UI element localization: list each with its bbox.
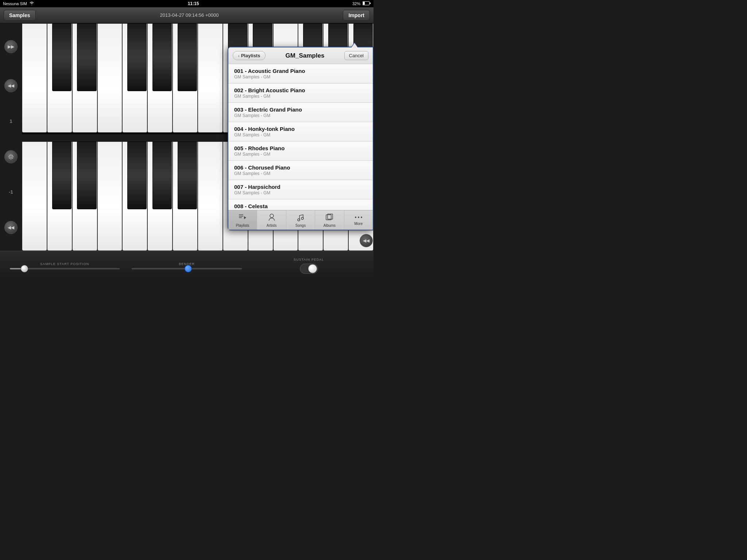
wifi-icon [29, 1, 34, 6]
sample-item-name: 007 - Harpsichord [234, 184, 367, 190]
list-item[interactable]: 006 - Chorused PianoGM Samples - GM [228, 161, 373, 180]
white-key[interactable] [22, 23, 47, 133]
sustain-knob [308, 264, 317, 273]
black-key[interactable] [178, 141, 197, 209]
sample-item-name: 008 - Celesta [234, 203, 367, 209]
toolbar-timestamp: 2013-04-27 09:14:56 +0000 [160, 12, 219, 18]
artists-icon [268, 213, 276, 222]
black-key[interactable] [178, 23, 197, 91]
sample-list[interactable]: 001 - Acoustic Grand PianoGM Samples - G… [228, 64, 373, 210]
status-time: 11:15 [188, 1, 199, 6]
sustain-toggle[interactable] [300, 264, 318, 274]
black-key[interactable] [152, 23, 172, 91]
list-item[interactable]: 004 - Honky-tonk PianoGM Samples - GM [228, 122, 373, 141]
tab-songs[interactable]: Songs [286, 210, 315, 230]
sample-item-sub: GM Samples - GM [234, 74, 367, 79]
svg-point-8 [9, 155, 10, 156]
sample-item-sub: GM Samples - GM [234, 171, 367, 176]
playlists-back-button[interactable]: ‹ Playlists [233, 51, 266, 60]
list-item[interactable]: 007 - HarpsichordGM Samples - GM [228, 180, 373, 199]
sample-item-name: 006 - Chorused Piano [234, 164, 367, 171]
black-key[interactable] [152, 141, 172, 209]
sample-item-name: 003 - Electric Grand Piano [234, 106, 367, 113]
albums-label: Albums [324, 223, 336, 228]
status-left: Nessuna SIM [3, 1, 34, 6]
piano-area: ▶▶ ◀◀ 1 -1 ◀◀ ◀◀ [0, 23, 374, 251]
artists-label: Artists [267, 223, 277, 228]
sample-item-sub: GM Samples - GM [234, 94, 367, 99]
sample-item-name: 001 - Acoustic Grand Piano [234, 68, 367, 74]
popup-header: ‹ Playlists GM_Samples Cancel [228, 47, 373, 64]
svg-point-6 [8, 156, 9, 157]
svg-point-23 [361, 217, 362, 218]
list-item[interactable]: 008 - CelestaGM Samples - GM [228, 199, 373, 210]
svg-point-11 [9, 158, 10, 159]
black-key[interactable] [127, 141, 147, 209]
more-icon [355, 213, 363, 221]
black-key[interactable] [52, 23, 71, 91]
popup-title: GM_Samples [269, 52, 340, 59]
songs-label: Songs [295, 223, 306, 228]
fast-forward-right-button[interactable]: ◀◀ [360, 234, 373, 247]
more-label: More [354, 222, 363, 226]
samples-button[interactable]: Samples [4, 10, 36, 21]
popup-tabbar: PlaylistsArtistsSongsAlbumsMore [228, 210, 373, 230]
cancel-button[interactable]: Cancel [344, 51, 368, 60]
black-key[interactable] [77, 23, 96, 91]
white-key[interactable] [97, 23, 123, 133]
list-item[interactable]: 002 - Bright Acoustic PianoGM Samples - … [228, 83, 373, 103]
fast-forward-upper-button[interactable]: ▶▶ [4, 40, 18, 53]
tab-more[interactable]: More [344, 210, 373, 230]
import-button[interactable]: Import [343, 10, 370, 21]
list-item[interactable]: 003 - Electric Grand PianoGM Samples - G… [228, 103, 373, 122]
settings-button[interactable] [4, 150, 18, 163]
list-item[interactable]: 001 - Acoustic Grand PianoGM Samples - G… [228, 64, 373, 83]
white-key[interactable] [22, 141, 47, 251]
sample-item-name: 002 - Bright Acoustic Piano [234, 87, 367, 93]
sample-item-sub: GM Samples - GM [234, 113, 367, 118]
black-key[interactable] [127, 23, 147, 91]
tab-albums[interactable]: Albums [315, 210, 344, 230]
tab-artists[interactable]: Artists [257, 210, 286, 230]
svg-point-4 [11, 154, 12, 155]
sample-start-track[interactable] [10, 268, 120, 269]
sample-popup: ‹ Playlists GM_Samples Cancel 001 - Acou… [228, 47, 374, 230]
sample-start-thumb[interactable] [21, 265, 28, 272]
sample-item-name: 004 - Honky-tonk Piano [234, 126, 367, 132]
controls-left: ▶▶ ◀◀ 1 -1 ◀◀ [0, 23, 22, 251]
rewind-lower-button[interactable]: ◀◀ [4, 221, 18, 234]
bender-thumb[interactable] [185, 265, 192, 272]
svg-point-9 [12, 158, 13, 159]
albums-icon [325, 213, 333, 222]
sample-item-sub: GM Samples - GM [234, 190, 367, 195]
back-label: Playlists [241, 53, 260, 58]
carrier-label: Nessuna SIM [3, 1, 27, 6]
bottom-bar: SAMPLE START POSITION BENDER SUSTAIN PED… [0, 251, 374, 280]
tab-playlists[interactable]: Playlists [228, 210, 257, 230]
playlists-label: Playlists [236, 223, 249, 228]
battery-icon [363, 1, 371, 6]
status-bar: Nessuna SIM 11:15 32% [0, 0, 374, 7]
list-item[interactable]: 005 - Rhodes PianoGM Samples - GM [228, 141, 373, 161]
rewind-upper-button[interactable]: ◀◀ [4, 79, 18, 92]
black-key[interactable] [52, 141, 71, 209]
sustain-section: SUSTAIN PEDAL [248, 258, 370, 274]
sample-item-sub: GM Samples - GM [234, 152, 367, 157]
bender-track[interactable] [132, 268, 241, 269]
svg-point-10 [12, 155, 13, 156]
sample-item-name: 005 - Rhodes Piano [234, 145, 367, 151]
svg-point-5 [11, 158, 12, 159]
white-key[interactable] [198, 23, 223, 133]
status-right: 32% [352, 1, 371, 6]
white-key[interactable] [198, 141, 223, 251]
songs-icon [297, 213, 305, 222]
popup-arrow [351, 42, 358, 47]
white-key[interactable] [97, 141, 123, 251]
sample-item-sub: GM Samples - GM [234, 132, 367, 137]
svg-point-22 [358, 217, 359, 218]
black-key[interactable] [77, 141, 96, 209]
sample-start-label: SAMPLE START POSITION [40, 262, 89, 266]
svg-rect-1 [369, 3, 371, 4]
octave-lower-label: -1 [9, 189, 13, 195]
svg-point-7 [13, 156, 14, 157]
